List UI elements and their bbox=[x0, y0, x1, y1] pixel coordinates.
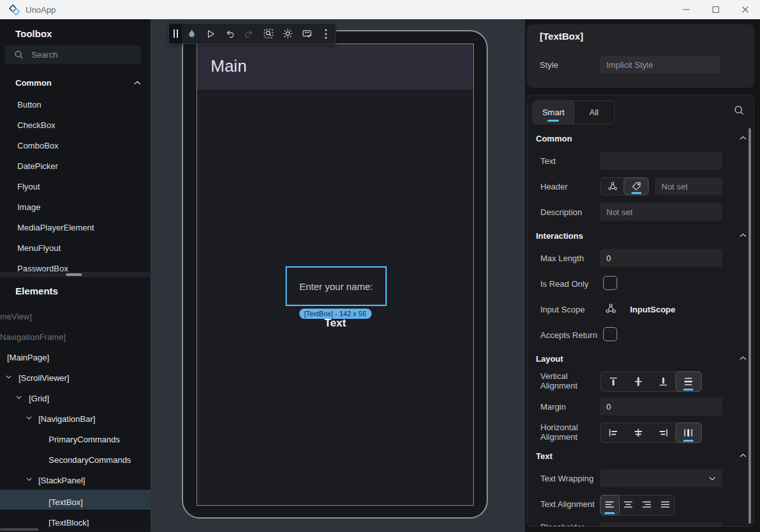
hot-reload-flame-icon[interactable] bbox=[182, 24, 201, 44]
toolbox-item-checkbox[interactable]: CheckBox bbox=[17, 120, 55, 130]
text-align-right-icon[interactable] bbox=[638, 496, 656, 515]
toolbox-item-button[interactable]: Button bbox=[17, 100, 42, 109]
play-button[interactable] bbox=[201, 24, 220, 44]
canvas-textblock[interactable]: Text bbox=[197, 317, 473, 330]
chevron-up-icon[interactable] bbox=[740, 136, 747, 140]
chevron-up-icon[interactable] bbox=[740, 453, 747, 458]
maximize-button[interactable] bbox=[701, 0, 731, 19]
properties-vscrollbar-thumb[interactable] bbox=[748, 128, 751, 524]
max-length-field[interactable]: 0 bbox=[600, 249, 722, 267]
undo-button[interactable] bbox=[220, 24, 239, 44]
description-field[interactable]: Not set bbox=[600, 203, 722, 221]
minimize-button[interactable] bbox=[672, 0, 701, 19]
halign-center-icon[interactable] bbox=[626, 423, 651, 442]
properties-panel: [TextBox] Style Implicit Style Smart All… bbox=[525, 19, 760, 532]
tree-item-mainpage[interactable]: [MainPage] bbox=[7, 353, 49, 362]
tree-item-navigationframe[interactable]: NavigationFrame] bbox=[0, 332, 66, 342]
toolbox-item-image[interactable]: Image bbox=[17, 202, 40, 212]
chevron-down-icon bbox=[709, 476, 716, 481]
tree-item-stackpanel[interactable]: [StackPanel] bbox=[38, 476, 85, 485]
redo-button[interactable] bbox=[239, 24, 259, 44]
input-scope-value[interactable]: InputScope bbox=[630, 305, 675, 314]
style-field[interactable]: Implicit Style bbox=[600, 56, 720, 74]
accepts-return-label: Accepts Return bbox=[540, 330, 602, 340]
tab-all[interactable]: All bbox=[574, 101, 615, 124]
horizontal-alignment-label: Horizontal Alignment bbox=[540, 423, 602, 442]
elements-hscrollbar-thumb[interactable] bbox=[0, 528, 38, 531]
toolbox-item-combobox[interactable]: ComboBox bbox=[17, 141, 58, 150]
tree-item-textblock[interactable]: [TextBlock] bbox=[49, 518, 89, 528]
halign-stretch-icon[interactable] bbox=[675, 423, 702, 443]
text-alignment-label: Text Alignment bbox=[540, 499, 602, 509]
accepts-return-checkbox[interactable] bbox=[603, 327, 617, 341]
chevron-down-icon[interactable] bbox=[26, 478, 32, 481]
tree-item-primarycommands[interactable]: PrimaryCommands bbox=[49, 435, 120, 444]
theme-toggle-button[interactable] bbox=[278, 24, 297, 44]
toolbox-item-mediaplayerelement[interactable]: MediaPlayerElement bbox=[17, 223, 94, 232]
text-align-center-icon[interactable] bbox=[619, 496, 638, 515]
device-screen: Main Enter your name: [TextBox] - 142 x … bbox=[197, 44, 474, 506]
tree-item-grid[interactable]: [Grid] bbox=[29, 394, 49, 403]
chevron-down-icon[interactable] bbox=[6, 375, 12, 379]
tree-item-frameview[interactable]: meView] bbox=[0, 312, 32, 321]
toolbox-search-input[interactable]: Search bbox=[5, 45, 141, 64]
tab-smart[interactable]: Smart bbox=[533, 101, 574, 124]
horizontal-alignment-toggle bbox=[600, 423, 702, 443]
section-common[interactable]: Common bbox=[536, 134, 572, 143]
valign-stretch-icon[interactable] bbox=[675, 371, 702, 392]
binding-icon[interactable] bbox=[601, 178, 624, 195]
header-label: Header bbox=[540, 182, 602, 191]
close-button[interactable] bbox=[731, 0, 760, 19]
placeholder-field[interactable] bbox=[600, 522, 722, 527]
toolbox-section-common[interactable]: Common bbox=[15, 78, 141, 88]
valign-bottom-icon[interactable] bbox=[651, 372, 676, 391]
more-options-button[interactable] bbox=[316, 24, 336, 44]
chevron-up-icon[interactable] bbox=[740, 356, 747, 360]
is-read-only-checkbox[interactable] bbox=[603, 276, 617, 290]
section-interactions[interactable]: Interactions bbox=[536, 231, 583, 241]
header-field[interactable]: Not set bbox=[655, 177, 722, 195]
toolbox-hscrollbar-thumb[interactable] bbox=[66, 273, 82, 276]
section-text[interactable]: Text bbox=[536, 451, 553, 461]
tree-item-secondarycommands[interactable]: SecondaryCommands bbox=[49, 455, 131, 465]
toolbox-item-flyout[interactable]: Flyout bbox=[17, 182, 40, 191]
text-wrapping-label: Text Wrapping bbox=[540, 474, 602, 483]
tree-item-textbox[interactable]: [TextBox] bbox=[49, 497, 83, 507]
halign-left-icon[interactable] bbox=[601, 423, 626, 442]
valign-center-icon[interactable] bbox=[626, 372, 651, 391]
elements-hscrollbar bbox=[0, 527, 150, 532]
chevron-down-icon[interactable] bbox=[16, 396, 22, 399]
search-icon[interactable] bbox=[734, 105, 745, 116]
text-align-left-icon[interactable] bbox=[600, 495, 620, 515]
canvas-textbox-selected[interactable]: Enter your name: bbox=[286, 266, 387, 306]
left-sidebar: Toolbox Search Common Button CheckBox Co… bbox=[0, 19, 150, 532]
tree-item-scrollviewer[interactable]: [ScrollViewer] bbox=[19, 373, 69, 383]
element-inspector-button[interactable] bbox=[259, 24, 278, 44]
text-wrapping-dropdown[interactable] bbox=[600, 469, 722, 487]
max-length-label: Max Length bbox=[540, 254, 602, 263]
text-field[interactable] bbox=[600, 152, 722, 170]
tag-icon[interactable] bbox=[624, 177, 649, 195]
properties-card: Smart All Common Text Header bbox=[527, 95, 754, 527]
toolbox-item-menuflyout[interactable]: MenuFlyout bbox=[17, 243, 61, 253]
text-alignment-toggle bbox=[600, 495, 675, 515]
canvas-textbox-text: Enter your name: bbox=[299, 281, 373, 292]
app-title: UnoApp bbox=[26, 5, 56, 15]
section-layout[interactable]: Layout bbox=[536, 354, 563, 364]
chevron-up-icon[interactable] bbox=[740, 233, 747, 238]
design-canvas: Main Enter your name: [TextBox] - 142 x … bbox=[150, 19, 525, 532]
halign-right-icon[interactable] bbox=[651, 423, 676, 442]
property-tabs: Smart All bbox=[533, 101, 615, 124]
toolbox-item-datepicker[interactable]: DatePicker bbox=[17, 161, 58, 171]
binding-icon[interactable] bbox=[605, 303, 617, 314]
tree-item-navigationbar[interactable]: [NavigationBar] bbox=[38, 414, 95, 424]
chevron-down-icon[interactable] bbox=[26, 416, 32, 420]
form-check-button[interactable] bbox=[297, 24, 316, 44]
text-align-justify-icon[interactable] bbox=[656, 496, 674, 515]
size-badge: [TextBox] - 142 x 56 bbox=[299, 309, 371, 319]
valign-top-icon[interactable] bbox=[601, 372, 626, 391]
text-label: Text bbox=[540, 156, 602, 166]
app-logo-icon bbox=[8, 4, 20, 16]
margin-field[interactable]: 0 bbox=[600, 398, 722, 415]
drag-handle-icon[interactable] bbox=[169, 24, 182, 44]
